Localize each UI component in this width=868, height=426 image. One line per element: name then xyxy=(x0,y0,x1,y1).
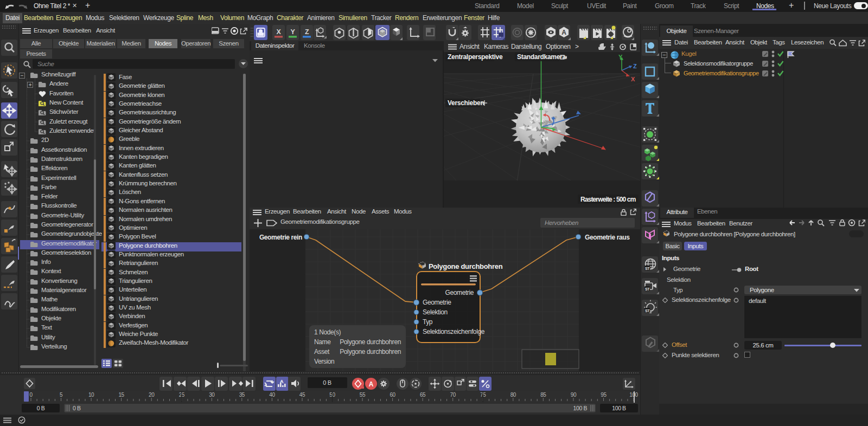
svg-text:0 B: 0 B xyxy=(73,405,81,411)
svg-text:Polygone durchbohren: Polygone durchbohren xyxy=(340,348,401,356)
svg-text:Polygone durchbohren: Polygone durchbohren xyxy=(429,262,503,270)
svg-text:X: X xyxy=(277,28,282,36)
svg-text:Geometrie raus: Geometrie raus xyxy=(585,234,630,241)
svg-text:15: 15 xyxy=(118,392,124,398)
svg-text:1 Node(s): 1 Node(s) xyxy=(314,328,341,336)
svg-text:30: 30 xyxy=(209,392,215,398)
svg-text:A: A xyxy=(561,29,566,36)
svg-text:Polygone durchbohren: Polygone durchbohren xyxy=(340,338,401,346)
svg-text:X: X xyxy=(631,76,635,82)
svg-text:5: 5 xyxy=(60,392,63,398)
svg-text:0 B: 0 B xyxy=(323,379,331,386)
svg-text:100 B: 100 B xyxy=(573,405,588,411)
svg-text:20: 20 xyxy=(149,392,155,398)
svg-text:Y: Y xyxy=(618,54,623,60)
svg-text:Asset: Asset xyxy=(314,348,330,356)
svg-text:80: 80 xyxy=(510,392,516,398)
svg-text:Zentralperspektive: Zentralperspektive xyxy=(448,53,503,61)
svg-text:90: 90 xyxy=(571,392,577,398)
svg-text:95: 95 xyxy=(601,392,607,398)
svg-text:0 B: 0 B xyxy=(37,405,45,411)
svg-text:70: 70 xyxy=(450,392,456,398)
svg-text:Typ: Typ xyxy=(423,318,433,326)
svg-text:ST: ST xyxy=(645,287,650,291)
svg-text:Name: Name xyxy=(314,338,331,346)
svg-text:Geometrie rein: Geometrie rein xyxy=(259,234,302,241)
svg-text:Y: Y xyxy=(291,28,296,36)
svg-text:0: 0 xyxy=(29,392,33,398)
svg-text:65: 65 xyxy=(420,392,426,398)
svg-text:45: 45 xyxy=(299,392,305,398)
svg-text:Selektionszeichenfolge: Selektionszeichenfolge xyxy=(423,328,485,335)
svg-text:Version: Version xyxy=(314,358,334,365)
svg-text:40: 40 xyxy=(269,392,275,398)
svg-text:Standardkamera: Standardkamera xyxy=(517,53,566,61)
svg-text:A: A xyxy=(369,380,374,388)
svg-text:Z: Z xyxy=(305,28,309,36)
svg-text:Z: Z xyxy=(633,63,637,69)
svg-text:Rasterweite : 500 cm: Rasterweite : 500 cm xyxy=(580,196,636,203)
svg-text:ST: ST xyxy=(645,267,650,270)
svg-text:60: 60 xyxy=(390,392,395,398)
svg-text:Geometrie: Geometrie xyxy=(423,299,451,306)
svg-text:85: 85 xyxy=(540,392,546,398)
svg-text:Geometrie: Geometrie xyxy=(445,289,474,296)
svg-text:ST: ST xyxy=(645,309,650,313)
svg-text:Verschieben: Verschieben xyxy=(448,99,484,107)
svg-text:10: 10 xyxy=(88,392,94,398)
svg-text:Selektion: Selektion xyxy=(423,308,448,316)
svg-text:100 B: 100 B xyxy=(612,405,626,411)
svg-text:55: 55 xyxy=(360,392,366,398)
svg-text:35: 35 xyxy=(239,392,245,398)
